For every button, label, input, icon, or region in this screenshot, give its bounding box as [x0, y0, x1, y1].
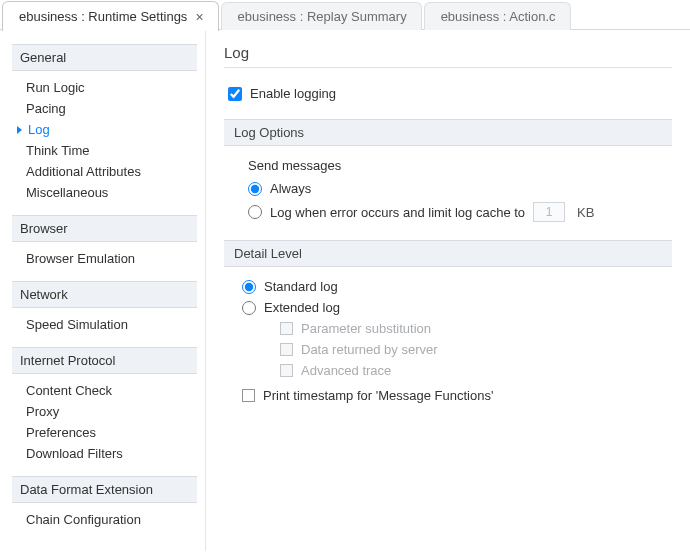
section-header-data-format-extension: Data Format Extension: [12, 476, 197, 503]
tab-ebusiness-replay-summary[interactable]: ebusiness : Replay Summary: [221, 2, 422, 30]
standard-log-radio[interactable]: [242, 280, 256, 294]
send-always-label: Always: [270, 181, 311, 196]
tab-ebusiness-runtime-settings[interactable]: ebusiness : Runtime Settings×: [2, 1, 219, 31]
nav-item-miscellaneous[interactable]: Miscellaneous: [16, 182, 197, 203]
print-ts-label: Print timestamp for 'Message Functions': [263, 388, 493, 403]
standard-log-row: Standard log: [242, 279, 672, 294]
nav-item-label: Speed Simulation: [26, 317, 128, 332]
nav-item-label: Proxy: [26, 404, 59, 419]
data-returned-row: Data returned by server: [280, 342, 672, 357]
nav-item-download-filters[interactable]: Download Filters: [16, 443, 197, 464]
cache-size-input[interactable]: [533, 202, 565, 222]
advanced-trace-label: Advanced trace: [301, 363, 391, 378]
nav-item-label: Download Filters: [26, 446, 123, 461]
nav-item-additional-attributes[interactable]: Additional Attributes: [16, 161, 197, 182]
nav-list: Browser Emulation: [12, 242, 197, 275]
cache-unit-label: KB: [577, 205, 594, 220]
detail-level-header: Detail Level: [224, 240, 672, 267]
nav-item-speed-simulation[interactable]: Speed Simulation: [16, 314, 197, 335]
active-marker-icon: [17, 126, 22, 134]
send-on-error-label: Log when error occurs and limit log cach…: [270, 205, 525, 220]
print-ts-row: Print timestamp for 'Message Functions': [242, 388, 672, 403]
nav-item-proxy[interactable]: Proxy: [16, 401, 197, 422]
nav-item-label: Think Time: [26, 143, 90, 158]
section-header-browser: Browser: [12, 215, 197, 242]
extended-log-label: Extended log: [264, 300, 340, 315]
tab-ebusiness-action-c[interactable]: ebusiness : Action.c: [424, 2, 571, 30]
advanced-trace-row: Advanced trace: [280, 363, 672, 378]
param-sub-checkbox: [280, 322, 293, 335]
data-returned-label: Data returned by server: [301, 342, 438, 357]
enable-logging-row: Enable logging: [228, 86, 672, 101]
nav-item-label: Log: [28, 122, 50, 137]
nav-item-label: Chain Configuration: [26, 512, 141, 527]
send-messages-label: Send messages: [248, 158, 672, 173]
nav-item-label: Preferences: [26, 425, 96, 440]
nav-item-content-check[interactable]: Content Check: [16, 380, 197, 401]
send-on-error-radio[interactable]: [248, 205, 262, 219]
extended-log-radio[interactable]: [242, 301, 256, 315]
nav-item-preferences[interactable]: Preferences: [16, 422, 197, 443]
extended-log-row: Extended log: [242, 300, 672, 315]
section-header-network: Network: [12, 281, 197, 308]
nav-list: Run LogicPacingLogThink TimeAdditional A…: [12, 71, 197, 209]
nav-item-pacing[interactable]: Pacing: [16, 98, 197, 119]
nav-item-think-time[interactable]: Think Time: [16, 140, 197, 161]
enable-logging-checkbox[interactable]: [228, 87, 242, 101]
sidebar: GeneralRun LogicPacingLogThink TimeAddit…: [0, 30, 206, 551]
main-panel: Log Enable logging Log Options Send mess…: [206, 30, 690, 551]
nav-item-browser-emulation[interactable]: Browser Emulation: [16, 248, 197, 269]
section-header-general: General: [12, 44, 197, 71]
log-options-header: Log Options: [224, 119, 672, 146]
nav-item-run-logic[interactable]: Run Logic: [16, 77, 197, 98]
param-sub-label: Parameter substitution: [301, 321, 431, 336]
page-title: Log: [224, 44, 672, 61]
nav-item-log[interactable]: Log: [16, 119, 197, 140]
send-always-row: Always: [248, 181, 672, 196]
advanced-trace-checkbox: [280, 364, 293, 377]
tab-label: ebusiness : Runtime Settings: [19, 9, 187, 24]
nav-item-label: Pacing: [26, 101, 66, 116]
close-icon[interactable]: ×: [195, 10, 203, 24]
nav-item-label: Miscellaneous: [26, 185, 108, 200]
send-always-radio[interactable]: [248, 182, 262, 196]
tab-label: ebusiness : Action.c: [441, 9, 556, 24]
nav-item-label: Run Logic: [26, 80, 85, 95]
enable-logging-label: Enable logging: [250, 86, 336, 101]
nav-item-label: Additional Attributes: [26, 164, 141, 179]
print-ts-checkbox[interactable]: [242, 389, 255, 402]
nav-item-label: Content Check: [26, 383, 112, 398]
param-sub-row: Parameter substitution: [280, 321, 672, 336]
nav-list: Speed Simulation: [12, 308, 197, 341]
send-on-error-row: Log when error occurs and limit log cach…: [248, 202, 672, 222]
nav-list: Content CheckProxyPreferencesDownload Fi…: [12, 374, 197, 470]
nav-list: Chain Configuration: [12, 503, 197, 536]
divider: [224, 67, 672, 68]
tab-label: ebusiness : Replay Summary: [238, 9, 407, 24]
nav-item-chain-configuration[interactable]: Chain Configuration: [16, 509, 197, 530]
section-header-internet-protocol: Internet Protocol: [12, 347, 197, 374]
standard-log-label: Standard log: [264, 279, 338, 294]
nav-item-label: Browser Emulation: [26, 251, 135, 266]
tab-strip: ebusiness : Runtime Settings×ebusiness :…: [0, 0, 690, 30]
data-returned-checkbox: [280, 343, 293, 356]
